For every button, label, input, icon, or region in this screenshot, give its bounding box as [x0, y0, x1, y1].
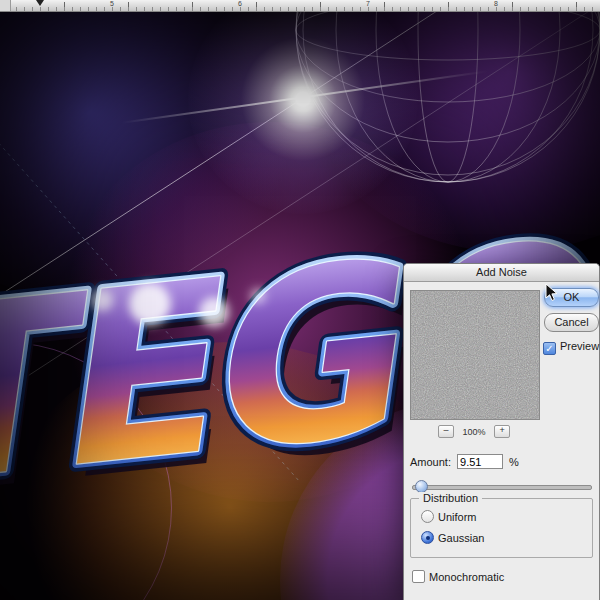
uniform-radio-label: Uniform — [438, 511, 477, 523]
ruler-number: 6 — [238, 0, 242, 8]
monochromatic-checkbox[interactable] — [412, 570, 425, 583]
noise-texture — [411, 291, 539, 419]
zoom-level: 100% — [462, 427, 485, 437]
noise-preview-thumbnail[interactable] — [410, 290, 540, 420]
add-noise-dialog: Add Noise — [403, 263, 600, 600]
gaussian-radio-label: Gaussian — [438, 532, 484, 544]
photoshop-workspace: 5 6 7 8 — [0, 0, 600, 600]
preview-checkbox[interactable]: ✓ — [543, 342, 556, 355]
distribution-legend: Distribution — [419, 492, 482, 504]
dialog-title: Add Noise — [476, 266, 527, 278]
distribution-group: Distribution Uniform Gaussian — [410, 498, 593, 558]
dialog-title-bar[interactable]: Add Noise — [404, 264, 599, 282]
amount-slider[interactable] — [412, 480, 590, 492]
horizontal-ruler[interactable]: 5 6 7 8 — [0, 0, 600, 12]
amount-label: Amount: — [410, 456, 451, 468]
percent-sign: % — [509, 456, 519, 468]
preview-checkbox-label: Preview — [560, 340, 599, 352]
uniform-radio[interactable] — [421, 510, 434, 523]
ruler-number: 8 — [494, 0, 498, 8]
monochromatic-checkbox-label: Monochromatic — [429, 571, 504, 583]
check-icon: ✓ — [545, 343, 553, 354]
ruler-position-marker — [36, 0, 44, 6]
slider-track[interactable] — [412, 485, 592, 490]
mouse-cursor-icon — [545, 283, 559, 303]
zoom-in-button[interactable]: + — [494, 425, 510, 438]
cancel-button[interactable]: Cancel — [544, 313, 599, 332]
ruler-number: 7 — [366, 0, 370, 8]
gaussian-radio[interactable] — [421, 531, 434, 544]
ruler-number: 5 — [110, 0, 114, 8]
ruler-origin-corner — [0, 0, 11, 11]
amount-input[interactable] — [457, 454, 503, 469]
zoom-out-button[interactable]: – — [438, 425, 454, 438]
